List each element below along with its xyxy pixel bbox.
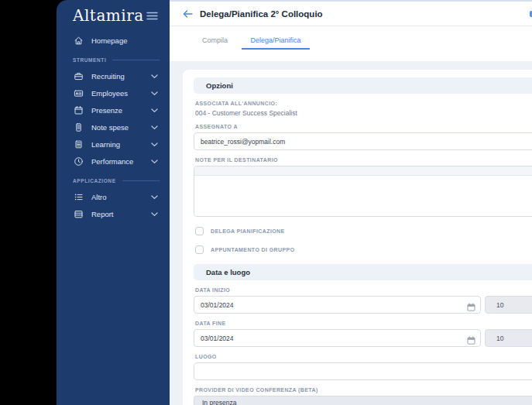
calendar-picker-icon[interactable] xyxy=(467,334,475,348)
sidebar-item-label: Performance xyxy=(91,157,151,166)
sidebar-logo-row: Altamira xyxy=(57,0,170,27)
provider-video-label: PROVIDER DI VIDEO CONFERENZA (BETA) xyxy=(195,387,532,393)
content-area: Opzioni ASSOCIATA ALL'ANNUNCIO: 004 - Cu… xyxy=(170,62,532,405)
ora-inizio-select[interactable]: 10 xyxy=(485,296,532,314)
app-logo: Altamira xyxy=(73,6,144,25)
chevron-down-icon xyxy=(151,210,158,218)
chevron-down-icon xyxy=(151,106,158,115)
luogo-label: LUOGO xyxy=(195,354,532,359)
sidebar-item-label: Learning xyxy=(91,140,151,149)
luogo-input[interactable] xyxy=(194,362,532,380)
provider-video-select[interactable]: In presenza xyxy=(194,396,532,405)
appuntamento-gruppo-row: APPUNTAMENTO DI GRUPPO xyxy=(195,245,532,254)
sidebar-item-label: Recruiting xyxy=(91,72,151,81)
sidebar-item-report[interactable]: Report xyxy=(57,205,170,222)
ora-fine-select[interactable]: 10 xyxy=(485,329,532,347)
section-divider xyxy=(112,60,160,60)
tab-compila[interactable]: Compila xyxy=(194,33,236,50)
sidebar-item-homepage[interactable]: Homepage xyxy=(57,32,170,49)
chevron-down-icon xyxy=(151,89,158,98)
sidebar-item-label: Altro xyxy=(91,193,151,201)
section-divider xyxy=(122,180,160,181)
sidebar-section-label: STRUMENTI xyxy=(73,57,106,63)
briefcase-icon xyxy=(73,71,84,81)
note-destinatario-editor[interactable] xyxy=(194,166,532,217)
form-card: Opzioni ASSOCIATA ALL'ANNUNCIO: 004 - Cu… xyxy=(183,70,532,405)
sidebar: Altamira HomepageSTRUMENTIRecruitingEmpl… xyxy=(57,0,170,405)
section-header-data-luogo: Data e luogo xyxy=(194,264,532,280)
note-destinatario-label: NOTE PER IL DESTINATARIO xyxy=(195,157,532,163)
sidebar-nav: HomepageSTRUMENTIRecruitingEmployeesPres… xyxy=(57,32,170,222)
sidebar-item-employees[interactable]: Employees xyxy=(57,84,170,101)
sidebar-item-label: Homepage xyxy=(91,36,158,45)
data-inizio-label: DATA INIZIO xyxy=(195,287,532,293)
associata-annuncio-label: ASSOCIATA ALL'ANNUNCIO: xyxy=(195,101,532,106)
book-icon xyxy=(73,139,84,149)
tab-bar: Compila Delega/Pianifica xyxy=(170,26,532,61)
sidebar-item-label: Presenze xyxy=(91,106,151,115)
assegnato-a-label: ASSEGNATO A xyxy=(195,124,532,129)
associata-annuncio-value: 004 - Customer Success Specialist xyxy=(195,109,532,117)
sidebar-section-strumenti: STRUMENTI xyxy=(57,52,170,67)
sidebar-item-presenze[interactable]: Presenze xyxy=(57,101,170,118)
data-fine-input[interactable] xyxy=(194,329,481,347)
sidebar-item-label: Employees xyxy=(91,89,151,98)
chevron-down-icon xyxy=(151,193,158,201)
calendar-picker-icon[interactable] xyxy=(467,300,475,314)
id-card-icon xyxy=(73,88,84,98)
clock-icon xyxy=(73,156,84,166)
sidebar-item-recruiting[interactable]: Recruiting xyxy=(57,67,170,84)
main-panel: Delega/Pianifica 2° Colloquio Compila De… xyxy=(170,0,532,405)
chevron-down-icon xyxy=(151,72,158,81)
delega-pianificazione-label: DELEGA PIANIFICAZIONE xyxy=(211,228,285,234)
sidebar-item-label: Report xyxy=(91,210,151,218)
sidebar-section-label: APPLICAZIONE xyxy=(73,178,116,184)
sidebar-item-label: Note spese xyxy=(91,123,151,132)
back-arrow-icon[interactable] xyxy=(183,10,193,18)
sidebar-item-note-spese[interactable]: Note spese xyxy=(57,118,170,136)
page-header: Delega/Pianifica 2° Colloquio xyxy=(170,2,532,26)
receipt-icon xyxy=(73,122,84,132)
appuntamento-gruppo-checkbox[interactable] xyxy=(195,245,204,254)
data-fine-row: 10 xyxy=(194,329,532,347)
sidebar-item-learning[interactable]: Learning xyxy=(57,136,170,153)
assegnato-a-input[interactable] xyxy=(194,132,532,150)
list-icon xyxy=(73,192,84,202)
data-inizio-input[interactable] xyxy=(194,296,481,314)
chevron-down-icon xyxy=(151,123,158,132)
hamburger-menu-icon[interactable] xyxy=(146,12,158,20)
data-inizio-row: 10 xyxy=(194,296,532,314)
page-title: Delega/Pianifica 2° Colloquio xyxy=(200,9,323,19)
sidebar-item-altro[interactable]: Altro xyxy=(57,188,170,205)
delega-pianificazione-row: DELEGA PIANIFICAZIONE xyxy=(195,227,532,235)
chevron-down-icon xyxy=(151,140,158,149)
report-icon xyxy=(73,209,84,219)
tab-delega-pianifica[interactable]: Delega/Pianifica xyxy=(242,33,309,50)
sidebar-item-performance[interactable]: Performance xyxy=(57,153,170,170)
data-fine-label: DATA FINE xyxy=(195,321,532,326)
section-header-opzioni: Opzioni xyxy=(194,77,532,94)
sidebar-section-applicazione: APPLICAZIONE xyxy=(57,173,170,188)
appuntamento-gruppo-label: APPUNTAMENTO DI GRUPPO xyxy=(211,247,295,252)
chevron-down-icon xyxy=(151,157,158,166)
home-icon xyxy=(73,36,84,46)
delega-pianificazione-checkbox[interactable] xyxy=(195,227,204,235)
note-destinatario-textarea[interactable] xyxy=(194,176,532,216)
editor-toolbar xyxy=(194,166,532,176)
calendar-icon xyxy=(73,105,84,115)
